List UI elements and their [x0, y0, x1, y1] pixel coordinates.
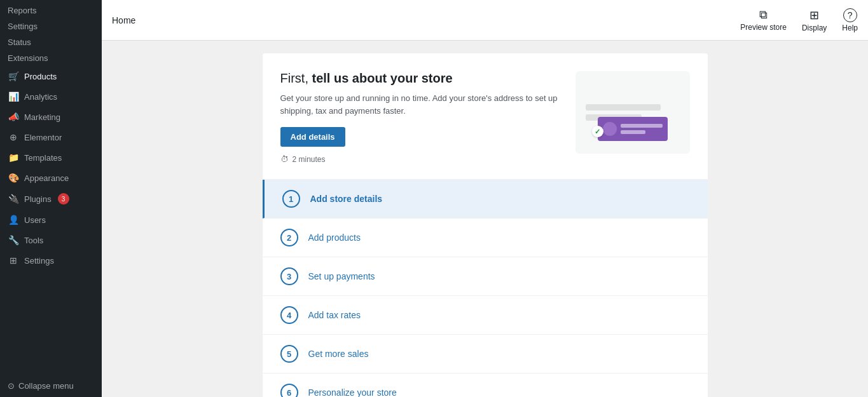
sidebar-item-templates[interactable]: 📁 Templates	[0, 147, 102, 168]
sidebar: Reports Settings Status Extensions 🛒 Pro…	[0, 0, 102, 397]
step-6[interactable]: 6 Personalize your store	[263, 373, 708, 397]
illus-card-line-1	[621, 124, 663, 128]
topbar: Home ⧉ Preview store ⊞ Display ? Help	[102, 0, 868, 41]
help-icon: ?	[843, 8, 857, 22]
plugins-icon: 🔌	[8, 194, 19, 204]
settings-icon: ⊞	[8, 255, 19, 266]
sidebar-item-plugins[interactable]: 🔌 Plugins 3	[0, 188, 102, 210]
plugins-badge: 3	[58, 193, 69, 205]
display-button[interactable]: ⊞ Display	[802, 8, 827, 32]
sidebar-item-settings-top[interactable]: Settings	[0, 18, 102, 34]
illus-avatar	[603, 122, 617, 136]
clock-icon: ⏱	[280, 154, 289, 164]
card-heading: First, tell us about your store	[280, 71, 563, 86]
analytics-icon: 📊	[8, 91, 19, 102]
tools-icon: 🔧	[8, 235, 19, 245]
sidebar-item-elementor[interactable]: ⊕ Elementor	[0, 127, 102, 147]
step-4-number: 4	[280, 306, 298, 324]
sidebar-item-extensions[interactable]: Extensions	[0, 50, 102, 66]
appearance-icon: 🎨	[8, 173, 19, 183]
illus-card-lines	[621, 124, 663, 134]
step-6-number: 6	[280, 384, 298, 397]
checkmark-icon: ✓	[592, 126, 603, 137]
time-estimate: ⏱ 2 minutes	[280, 154, 563, 164]
sidebar-item-analytics[interactable]: 📊 Analytics	[0, 86, 102, 107]
step-4[interactable]: 4 Add tax rates	[263, 296, 708, 335]
step-5-label: Get more sales	[308, 349, 369, 359]
sidebar-item-tools[interactable]: 🔧 Tools	[0, 230, 102, 250]
sidebar-item-appearance[interactable]: 🎨 Appearance	[0, 168, 102, 188]
marketing-icon: 📣	[8, 112, 19, 122]
add-details-button[interactable]: Add details	[280, 127, 345, 147]
display-icon: ⊞	[809, 8, 819, 22]
step-3-number: 3	[280, 267, 298, 285]
elementor-icon: ⊕	[8, 132, 19, 142]
setup-card: First, tell us about your store Get your…	[263, 53, 708, 397]
step-2-label: Add products	[308, 232, 361, 243]
step-3-label: Set up payments	[308, 271, 375, 281]
topbar-actions: ⧉ Preview store ⊞ Display ? Help	[740, 8, 858, 32]
sidebar-top-section: Reports Settings Status Extensions	[0, 0, 102, 66]
card-description: Get your store up and running in no time…	[280, 92, 563, 117]
store-illustration: ✓	[575, 71, 690, 154]
step-2[interactable]: 2 Add products	[263, 219, 708, 257]
step-4-label: Add tax rates	[308, 310, 361, 320]
page-title: Home	[112, 15, 740, 25]
step-3[interactable]: 3 Set up payments	[263, 257, 708, 296]
card-intro-text: First, tell us about your store Get your…	[280, 71, 575, 164]
step-2-number: 2	[280, 229, 298, 246]
help-button[interactable]: ? Help	[842, 8, 858, 32]
main-area: Home ⧉ Preview store ⊞ Display ? Help F	[102, 0, 868, 397]
preview-store-icon: ⧉	[759, 8, 768, 22]
illus-card	[598, 117, 668, 141]
templates-icon: 📁	[8, 152, 19, 163]
step-5[interactable]: 5 Get more sales	[263, 335, 708, 373]
sidebar-item-status[interactable]: Status	[0, 34, 102, 50]
steps-list: 1 Add store details 2 Add products 3 Set…	[263, 180, 708, 397]
step-1[interactable]: 1 Add store details	[263, 180, 708, 219]
step-6-label: Personalize your store	[308, 387, 397, 397]
step-1-label: Add store details	[310, 194, 383, 204]
content-area: First, tell us about your store Get your…	[102, 41, 868, 397]
sidebar-item-settings[interactable]: ⊞ Settings	[0, 250, 102, 271]
sidebar-item-users[interactable]: 👤 Users	[0, 210, 102, 230]
step-1-number: 1	[282, 190, 300, 208]
users-icon: 👤	[8, 215, 19, 225]
sidebar-item-marketing[interactable]: 📣 Marketing	[0, 107, 102, 127]
collapse-menu-button[interactable]: ⊙ Collapse menu	[0, 375, 102, 397]
collapse-icon: ⊙	[8, 381, 15, 391]
step-5-number: 5	[280, 345, 298, 363]
sidebar-item-products[interactable]: 🛒 Products	[0, 66, 102, 86]
illus-card-line-2	[621, 130, 646, 134]
preview-store-button[interactable]: ⧉ Preview store	[740, 8, 787, 32]
sidebar-item-reports[interactable]: Reports	[0, 3, 102, 18]
card-intro: First, tell us about your store Get your…	[263, 53, 708, 180]
illus-line-1	[586, 104, 661, 111]
products-icon: 🛒	[8, 71, 19, 81]
